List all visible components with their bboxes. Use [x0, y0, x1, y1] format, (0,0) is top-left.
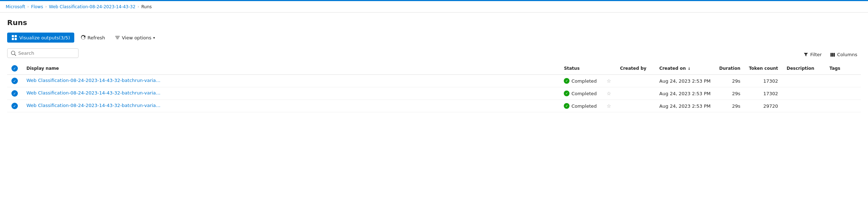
row-token-count-1: 17302 — [744, 87, 782, 100]
view-options-label: View options — [122, 35, 151, 40]
star-button-1[interactable]: ☆ — [607, 91, 611, 96]
row-created-by-1 — [616, 87, 655, 100]
col-header-description[interactable]: Description — [782, 62, 825, 75]
col-header-check: ✓ — [7, 62, 22, 75]
status-completed-icon-2: ✓ — [564, 103, 570, 109]
col-duration-label: Duration — [719, 66, 740, 71]
row-tags-2 — [825, 100, 861, 112]
col-token-count-label: Token count — [749, 66, 778, 71]
table-toolbar: Filter Columns — [7, 48, 861, 61]
search-input[interactable] — [18, 50, 75, 56]
toolbar: Visualize outputs(3/5) Refresh View opti… — [7, 33, 861, 43]
svg-rect-1 — [15, 35, 17, 37]
table-row: ✓ Web Classification-08-24-2023-14-43-32… — [7, 75, 861, 87]
row-created-on-0: Aug 24, 2023 2:53 PM — [655, 75, 715, 87]
row-star-0: ☆ — [602, 75, 616, 87]
breadcrumb-sep-1: › — [27, 4, 29, 9]
columns-label: Columns — [837, 52, 857, 57]
row-star-2: ☆ — [602, 100, 616, 112]
status-label-2: Completed — [571, 103, 597, 109]
breadcrumb-flow-name[interactable]: Web Classification-08-24-2023-14-43-32 — [49, 4, 135, 9]
row-created-by-0 — [616, 75, 655, 87]
row-duration-1: 29s — [715, 87, 744, 100]
run-name-link-2[interactable]: Web Classification-08-24-2023-14-43-32-b… — [26, 103, 162, 108]
svg-rect-3 — [15, 38, 17, 40]
view-options-button[interactable]: View options ▾ — [111, 33, 159, 43]
star-button-2[interactable]: ☆ — [607, 103, 611, 109]
col-description-label: Description — [787, 66, 814, 71]
row-token-count-2: 29720 — [744, 100, 782, 112]
table-row: ✓ Web Classification-08-24-2023-14-43-32… — [7, 100, 861, 112]
columns-button[interactable]: Columns — [827, 50, 861, 59]
star-button-0[interactable]: ☆ — [607, 78, 611, 84]
grid-icon — [11, 35, 17, 40]
breadcrumb-flows[interactable]: Flows — [31, 4, 43, 9]
col-name-label: Display name — [26, 66, 59, 71]
sort-desc-icon: ↓ — [688, 67, 691, 70]
col-created-on-label: Created on — [659, 66, 686, 71]
row-tags-1 — [825, 87, 861, 100]
filter-button[interactable]: Filter — [800, 50, 825, 59]
filter-icon — [803, 52, 808, 57]
row-token-count-0: 17302 — [744, 75, 782, 87]
col-header-status[interactable]: Status — [560, 62, 602, 75]
svg-rect-0 — [12, 35, 14, 37]
row-description-0 — [782, 75, 825, 87]
breadcrumb: Microsoft › Flows › Web Classification-0… — [6, 4, 152, 9]
row-name-0: Web Classification-08-24-2023-14-43-32-b… — [22, 75, 560, 87]
row-check-1[interactable]: ✓ — [7, 87, 22, 100]
refresh-icon — [81, 35, 86, 40]
col-header-created-on[interactable]: Created on ↓ — [655, 62, 715, 75]
row-created-on-2: Aug 24, 2023 2:53 PM — [655, 100, 715, 112]
view-options-chevron-icon: ▾ — [153, 36, 155, 40]
row-description-2 — [782, 100, 825, 112]
breadcrumb-microsoft[interactable]: Microsoft — [6, 4, 25, 9]
col-header-name[interactable]: Display name — [22, 62, 560, 75]
row-star-1: ☆ — [602, 87, 616, 100]
runs-table: ✓ Display name Status Created by Created… — [7, 62, 861, 112]
breadcrumb-sep-2: › — [45, 4, 47, 9]
visualize-outputs-button[interactable]: Visualize outputs(3/5) — [7, 33, 74, 43]
search-container — [7, 48, 79, 58]
svg-rect-6 — [834, 53, 835, 57]
col-header-created-by[interactable]: Created by — [616, 62, 655, 75]
row-status-2: ✓ Completed — [560, 100, 602, 112]
row-checkbox-1[interactable]: ✓ — [11, 90, 18, 97]
columns-icon — [830, 52, 835, 57]
view-options-icon — [115, 35, 120, 40]
col-header-star — [602, 62, 616, 75]
status-label-0: Completed — [571, 78, 597, 84]
col-header-tags[interactable]: Tags — [825, 62, 861, 75]
col-header-duration[interactable]: Duration — [715, 62, 744, 75]
main-content: Runs Visualize outputs(3/5) Refresh View… — [0, 13, 868, 118]
refresh-button[interactable]: Refresh — [77, 33, 109, 43]
row-check-0[interactable]: ✓ — [7, 75, 22, 87]
run-name-link-0[interactable]: Web Classification-08-24-2023-14-43-32-b… — [26, 78, 162, 83]
select-all-checkbox[interactable]: ✓ — [11, 65, 18, 72]
row-check-2[interactable]: ✓ — [7, 100, 22, 112]
row-status-1: ✓ Completed — [560, 87, 602, 100]
visualize-outputs-label: Visualize outputs(3/5) — [19, 35, 70, 40]
col-header-token-count[interactable]: Token count — [744, 62, 782, 75]
row-duration-2: 29s — [715, 100, 744, 112]
row-duration-0: 29s — [715, 75, 744, 87]
table-header-row: ✓ Display name Status Created by Created… — [7, 62, 861, 75]
top-bar: Microsoft › Flows › Web Classification-0… — [0, 1, 868, 13]
run-name-link-1[interactable]: Web Classification-08-24-2023-14-43-32-b… — [26, 90, 162, 96]
col-tags-label: Tags — [829, 66, 840, 71]
row-tags-0 — [825, 75, 861, 87]
svg-rect-5 — [832, 53, 834, 57]
breadcrumb-current: Runs — [141, 4, 152, 9]
col-created-by-label: Created by — [620, 66, 646, 71]
status-completed-icon-0: ✓ — [564, 78, 570, 84]
filter-label: Filter — [810, 52, 822, 57]
status-label-1: Completed — [571, 91, 597, 96]
svg-rect-4 — [831, 53, 832, 57]
row-created-on-1: Aug 24, 2023 2:53 PM — [655, 87, 715, 100]
table-actions: Filter Columns — [800, 50, 861, 59]
row-status-0: ✓ Completed — [560, 75, 602, 87]
row-created-by-2 — [616, 100, 655, 112]
search-icon — [11, 51, 16, 56]
row-checkbox-0[interactable]: ✓ — [11, 78, 18, 84]
row-checkbox-2[interactable]: ✓ — [11, 103, 18, 109]
